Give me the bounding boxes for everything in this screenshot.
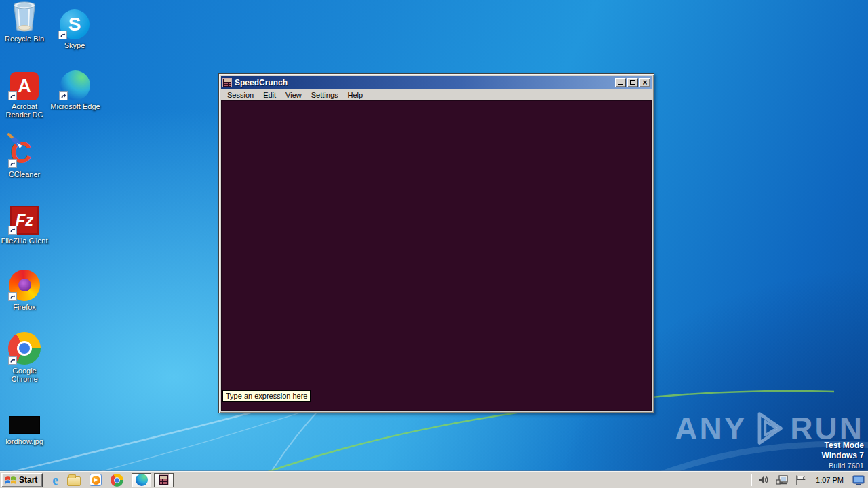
desktop-icon-firefox[interactable]: Firefox xyxy=(0,268,49,311)
windows-flag-icon xyxy=(5,475,16,485)
icon-label: Skype xyxy=(64,41,85,49)
desktop: Recycle Bin S Skype A Acrobat Reader DC … xyxy=(0,0,868,488)
icon-label: Google Chrome xyxy=(11,367,37,383)
shortcut-arrow-icon xyxy=(8,159,17,168)
icon-label: Acrobat Reader DC xyxy=(5,102,43,119)
shortcut-arrow-icon xyxy=(8,292,17,301)
icon-label: CCleaner xyxy=(9,170,40,178)
desktop-icon-google-chrome[interactable]: Google Chrome xyxy=(0,332,49,383)
desktop-icon-recycle-bin[interactable]: Recycle Bin xyxy=(0,0,49,43)
volume-icon[interactable] xyxy=(758,474,770,485)
maximize-button[interactable] xyxy=(627,78,638,87)
menu-session[interactable]: Session xyxy=(222,90,258,100)
microsoft-edge-icon xyxy=(51,68,100,100)
shortcut-arrow-icon xyxy=(58,30,67,39)
menu-help[interactable]: Help xyxy=(343,90,368,100)
window-title: SpeedCrunch xyxy=(235,78,614,87)
menu-settings[interactable]: Settings xyxy=(307,90,343,100)
desktop-icon-lordhow-jpg[interactable]: lordhow.jpg xyxy=(0,415,49,445)
microsoft-edge-taskbar-button[interactable] xyxy=(132,473,151,487)
start-button[interactable]: Start xyxy=(1,473,43,487)
ccleaner-icon: C xyxy=(0,136,49,168)
menu-edit[interactable]: Edit xyxy=(258,90,281,100)
microsoft-edge-icon xyxy=(136,474,148,486)
speedcrunch-app-icon xyxy=(222,78,232,87)
shortcut-arrow-icon xyxy=(8,356,17,365)
tray-divider xyxy=(751,474,752,486)
icon-label: Microsoft Edge xyxy=(50,102,100,110)
network-icon[interactable] xyxy=(776,474,789,485)
skype-icon: S xyxy=(50,7,99,39)
icon-label: Recycle Bin xyxy=(5,35,44,43)
recycle-bin-icon xyxy=(0,0,49,33)
minimize-button[interactable] xyxy=(615,78,626,87)
windows-explorer-icon[interactable] xyxy=(67,476,81,486)
firefox-icon xyxy=(0,268,49,301)
desktop-icon-microsoft-edge[interactable]: Microsoft Edge xyxy=(51,68,100,110)
menu-bar: Session Edit View Settings Help xyxy=(221,89,652,100)
jpg-thumbnail xyxy=(0,415,49,435)
windows-media-player-icon[interactable] xyxy=(90,474,102,486)
close-button[interactable]: × xyxy=(639,78,650,87)
start-button-label: Start xyxy=(19,475,37,485)
taskbar: Start e xyxy=(0,471,868,488)
filezilla-icon: Fz xyxy=(0,202,49,235)
google-chrome-icon xyxy=(0,332,49,365)
window-titlebar[interactable]: SpeedCrunch × xyxy=(221,76,652,89)
speedcrunch-taskbar-button[interactable] xyxy=(154,473,174,487)
system-tray: 1:07 PM xyxy=(751,472,868,488)
acrobat-reader-icon: A xyxy=(0,68,49,100)
speedcrunch-icon xyxy=(159,474,169,485)
expression-input[interactable] xyxy=(222,401,651,410)
result-display[interactable]: Type an expression here xyxy=(221,100,652,411)
desktop-icon-skype[interactable]: S Skype xyxy=(50,7,99,49)
taskbar-app-buttons xyxy=(132,473,174,487)
display-icon[interactable] xyxy=(852,474,865,485)
taskbar-clock[interactable]: 1:07 PM xyxy=(813,476,846,484)
icon-label: FileZilla Client xyxy=(1,237,47,245)
desktop-icon-acrobat-reader[interactable]: A Acrobat Reader DC xyxy=(0,68,49,119)
icon-label: lordhow.jpg xyxy=(5,437,43,445)
speedcrunch-window: SpeedCrunch × Session Edit View Settings… xyxy=(218,73,654,413)
icon-label: Firefox xyxy=(13,303,36,311)
desktop-icon-filezilla[interactable]: Fz FileZilla Client xyxy=(0,202,49,245)
menu-view[interactable]: View xyxy=(281,90,307,100)
shortcut-arrow-icon xyxy=(8,226,17,235)
quick-launch: e xyxy=(52,474,123,487)
shortcut-arrow-icon xyxy=(59,92,68,100)
action-center-flag-icon[interactable] xyxy=(795,474,807,485)
desktop-icon-ccleaner[interactable]: C CCleaner xyxy=(0,136,49,178)
google-chrome-taskbar-icon[interactable] xyxy=(111,474,123,487)
internet-explorer-icon[interactable]: e xyxy=(52,474,58,486)
shortcut-arrow-icon xyxy=(8,92,17,100)
